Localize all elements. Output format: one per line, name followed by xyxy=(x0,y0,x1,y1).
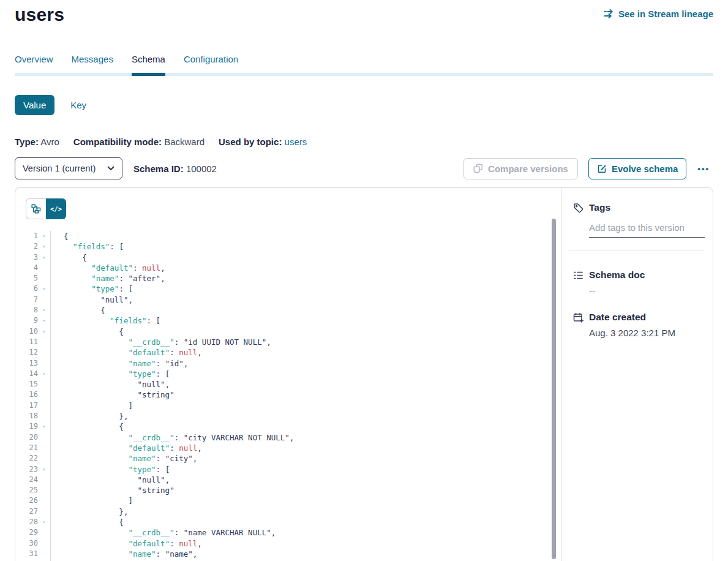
code-view-button[interactable]: </> xyxy=(46,198,66,219)
code-line: 14▾ "type": [ xyxy=(15,369,561,379)
code-line: 22 "name": "city", xyxy=(15,453,561,464)
ellipsis-icon: ••• xyxy=(697,164,710,173)
fold-gutter xyxy=(38,411,51,421)
tab-track xyxy=(15,73,713,76)
fold-arrow-icon[interactable]: ▾ xyxy=(38,241,51,252)
tree-view-button[interactable] xyxy=(26,198,46,219)
fold-arrow-icon[interactable]: ▾ xyxy=(38,284,51,294)
code-text: "null", xyxy=(51,295,133,305)
schema-sidebar: Tags Schema doc -- xyxy=(562,188,713,561)
fold-gutter xyxy=(38,443,51,453)
fold-arrow-icon[interactable]: ▾ xyxy=(38,421,51,432)
compare-versions-label: Compare versions xyxy=(488,164,568,174)
code-text: "type": [ xyxy=(51,369,170,379)
line-number: 26 xyxy=(15,495,38,506)
schema-doc-heading: Schema doc xyxy=(589,269,645,280)
date-created-value: Aug. 3 2022 3:21 PM xyxy=(589,328,705,338)
editor-toolbar: </> xyxy=(15,188,561,219)
line-number: 11 xyxy=(15,337,38,347)
fold-gutter xyxy=(38,358,51,369)
calendar-plus-icon xyxy=(573,312,584,323)
tab-messages[interactable]: Messages xyxy=(72,54,113,73)
code-line: 4 "default": null, xyxy=(15,263,561,273)
schema-doc-value: -- xyxy=(589,285,705,296)
line-number: 30 xyxy=(15,538,38,549)
code-line: 1▾ { xyxy=(15,231,561,241)
compare-versions-button[interactable]: Compare versions xyxy=(463,158,578,179)
compatibility-label: Compatibility mode: xyxy=(73,137,162,147)
tags-input[interactable] xyxy=(589,221,705,238)
line-number: 14 xyxy=(15,369,38,379)
code-text: }, xyxy=(51,506,128,517)
line-number: 27 xyxy=(15,506,38,517)
fold-gutter xyxy=(38,495,51,506)
fold-arrow-icon[interactable]: ▾ xyxy=(38,315,51,326)
version-select[interactable]: Version 1 (current) xyxy=(15,157,122,179)
value-key-toggle: Value Key xyxy=(15,95,713,115)
topic-link[interactable]: users xyxy=(285,137,307,147)
schema-id-label: Schema ID: xyxy=(133,164,184,174)
code-line: 19▾ { xyxy=(15,421,561,432)
code-text: { xyxy=(51,231,69,241)
key-toggle-link[interactable]: Key xyxy=(70,100,86,110)
line-number: 22 xyxy=(15,453,38,464)
more-actions-button[interactable]: ••• xyxy=(694,164,713,174)
code-line: 23▾ "type": [ xyxy=(15,464,561,475)
topic-label: Used by topic: xyxy=(219,137,282,147)
fold-arrow-icon[interactable]: ▾ xyxy=(38,326,51,337)
fold-gutter xyxy=(38,527,51,538)
value-toggle-button[interactable]: Value xyxy=(15,95,54,115)
tags-section: Tags xyxy=(573,202,705,250)
code-line: 6▾ "type": [ xyxy=(15,284,561,294)
page-header: users See in Stream lineage xyxy=(15,4,713,26)
tab-overview[interactable]: Overview xyxy=(15,54,53,73)
type-value: Avro xyxy=(40,137,59,147)
line-number: 3 xyxy=(15,252,38,263)
code-line: 15 "null", xyxy=(15,379,561,390)
line-number: 5 xyxy=(15,273,38,284)
fold-arrow-icon[interactable]: ▾ xyxy=(38,517,51,527)
fold-gutter xyxy=(38,549,51,559)
code-text: "fields": [ xyxy=(51,315,160,326)
schema-meta-row: Type: Avro Compatibility mode: Backward … xyxy=(15,137,713,147)
tab-schema[interactable]: Schema xyxy=(132,54,165,73)
stream-lineage-link[interactable]: See in Stream lineage xyxy=(604,9,713,19)
fold-gutter xyxy=(38,538,51,549)
code-text: ] xyxy=(51,495,133,506)
code-text: "default": null, xyxy=(51,347,202,358)
schema-doc-icon xyxy=(573,270,584,280)
line-number: 28 xyxy=(15,517,38,527)
compatibility-value: Backward xyxy=(164,137,205,147)
sidebar-divider xyxy=(569,250,705,250)
code-text: "name": "city", xyxy=(51,453,197,464)
page-title: users xyxy=(15,4,64,26)
fold-arrow-icon[interactable]: ▾ xyxy=(38,252,51,263)
code-line: 17 ] xyxy=(15,401,561,411)
fold-gutter xyxy=(38,432,51,443)
line-number: 17 xyxy=(15,401,38,411)
code-text: "type": [ xyxy=(51,464,170,475)
fold-arrow-icon[interactable]: ▾ xyxy=(38,464,51,475)
code-text: "name": "name", xyxy=(51,549,197,559)
editor-scrollbar[interactable] xyxy=(552,219,556,559)
code-line: 25 "string" xyxy=(15,485,561,495)
code-line: 27 }, xyxy=(15,506,561,517)
code-line: 31 "name": "name", xyxy=(15,549,561,559)
tab-configuration[interactable]: Configuration xyxy=(184,54,238,73)
line-number: 29 xyxy=(15,527,38,538)
line-number: 9 xyxy=(15,315,38,326)
fold-gutter xyxy=(38,506,51,517)
code-text: "default": null, xyxy=(51,538,202,549)
fold-arrow-icon[interactable]: ▾ xyxy=(38,305,51,315)
fold-gutter xyxy=(38,401,51,411)
code-line: 11 "__crdb__": "id UUID NOT NULL", xyxy=(15,337,561,347)
line-number: 2 xyxy=(15,241,38,252)
date-created-heading: Date created xyxy=(589,312,646,323)
evolve-schema-button[interactable]: Evolve schema xyxy=(588,158,686,179)
fold-arrow-icon[interactable]: ▾ xyxy=(38,231,51,241)
schema-page: users See in Stream lineage Overview Mes… xyxy=(0,4,728,561)
fold-arrow-icon[interactable]: ▾ xyxy=(38,369,51,379)
code-line: 26 ] xyxy=(15,495,561,506)
tree-view-icon xyxy=(31,204,41,214)
code-line: 16 "string" xyxy=(15,390,561,400)
